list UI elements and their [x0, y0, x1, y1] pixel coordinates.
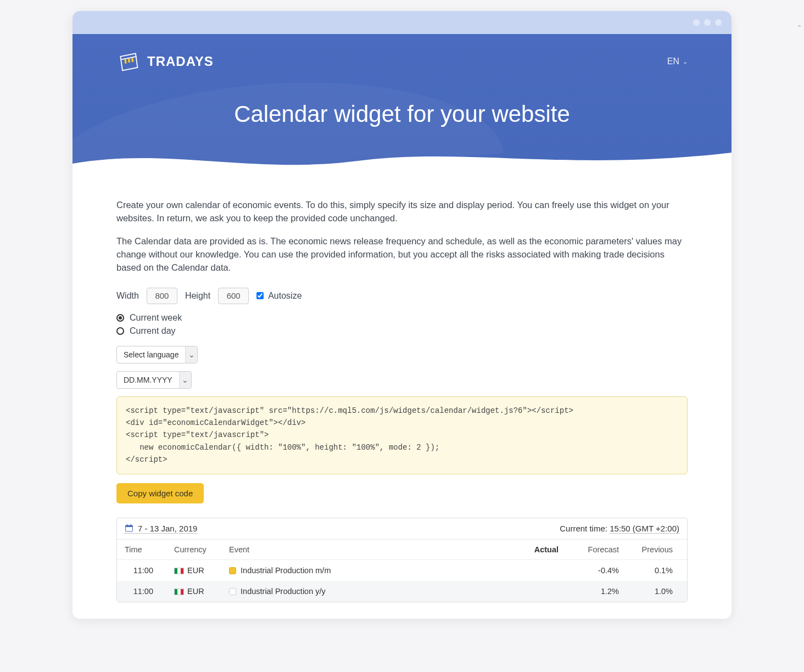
brand-logo[interactable]: TRADAYS — [116, 49, 214, 74]
svg-rect-1 — [128, 58, 131, 63]
autosize-checkbox-input[interactable] — [256, 292, 264, 299]
chevron-down-icon: ⌄ — [185, 346, 197, 363]
radio-label: Current day — [130, 326, 176, 336]
hero-wave-bottom — [72, 144, 732, 177]
cell-time: 11:00 — [117, 581, 166, 602]
select-value: Select language — [117, 347, 185, 362]
calendar-icon — [125, 524, 133, 533]
importance-low-icon — [229, 588, 236, 595]
radio-icon — [116, 327, 124, 335]
radio-current-week[interactable]: Current week — [116, 313, 688, 323]
table-row[interactable]: 11:00 EUR Industrial Production m/m -0.4… — [117, 559, 687, 581]
cell-event: Industrial Production y/y — [221, 581, 511, 602]
cell-actual — [511, 581, 566, 602]
autosize-checkbox[interactable]: Autosize — [256, 291, 302, 301]
radio-icon — [116, 314, 124, 322]
current-time-value[interactable]: 15:50 (GMT +2:00) — [610, 524, 679, 534]
svg-rect-2 — [131, 58, 134, 62]
autosize-label: Autosize — [268, 291, 302, 301]
widget-header: 7 - 13 Jan, 2019 Current time: 15:50 (GM… — [117, 518, 687, 540]
col-currency: Currency — [166, 540, 221, 560]
window-dot — [704, 19, 711, 26]
table-row[interactable]: 11:00 EUR Industrial Production y/y 1.2%… — [117, 581, 687, 602]
col-forecast: Forecast — [566, 540, 627, 560]
svg-rect-5 — [127, 524, 128, 526]
hero-banner: TRADAYS EN ⌄ Calendar widget for your we… — [72, 34, 732, 177]
date-range-text: 7 - 13 Jan, 2019 — [138, 524, 197, 533]
date-range-picker[interactable]: 7 - 13 Jan, 2019 — [125, 524, 197, 534]
flag-italy-icon — [174, 568, 184, 574]
svg-rect-4 — [126, 525, 133, 527]
cell-actual — [511, 559, 566, 581]
svg-rect-0 — [124, 59, 127, 64]
width-label: Width — [116, 291, 139, 301]
cell-event: Industrial Production m/m — [221, 559, 511, 581]
embed-code-box[interactable]: <script type="text/javascript" src="http… — [116, 396, 688, 474]
hero-title: Calendar widget for your website — [116, 101, 688, 127]
width-input[interactable] — [147, 288, 177, 304]
language-code: EN — [667, 57, 679, 66]
chevron-down-icon: ⌄ — [179, 372, 191, 388]
copy-widget-code-button[interactable]: Copy widget code — [116, 483, 204, 503]
intro-paragraph-1: Create your own calendar of economic eve… — [116, 199, 688, 225]
cell-previous: 1.0% — [627, 581, 687, 602]
height-input[interactable] — [218, 288, 249, 304]
radio-label: Current week — [130, 313, 182, 323]
cell-previous: 0.1% — [627, 559, 687, 581]
cell-forecast: -0.4% — [566, 559, 627, 581]
current-time-label: Current time: — [560, 524, 610, 533]
svg-rect-6 — [131, 524, 132, 526]
table-header-row: Time Currency Event Actual Forecast Prev… — [117, 540, 687, 560]
language-select[interactable]: Select language ⌄ — [116, 346, 198, 363]
importance-mid-icon — [229, 567, 236, 574]
period-radio-group: Current week Current day — [116, 313, 688, 336]
size-controls: Width Height Autosize — [116, 288, 688, 304]
cell-forecast: 1.2% — [566, 581, 627, 602]
events-table: Time Currency Event Actual Forecast Prev… — [117, 540, 687, 602]
flag-italy-icon — [174, 589, 184, 595]
cell-currency: EUR — [166, 581, 221, 602]
cell-currency: EUR — [166, 559, 221, 581]
brand-name: TRADAYS — [147, 54, 214, 69]
cell-time: 11:00 — [117, 559, 166, 581]
window-dot — [693, 19, 700, 26]
intro-paragraph-2: The Calendar data are provided as is. Th… — [116, 235, 688, 275]
date-format-select[interactable]: DD.MM.YYYY ⌄ — [116, 371, 192, 389]
select-value: DD.MM.YYYY — [117, 372, 179, 388]
window-dot — [715, 19, 722, 26]
language-selector[interactable]: EN ⌄ — [667, 57, 688, 66]
height-label: Height — [185, 291, 210, 301]
calendar-logo-icon — [116, 49, 141, 74]
current-time: Current time: 15:50 (GMT +2:00) — [560, 524, 679, 533]
col-event: Event — [221, 540, 511, 560]
calendar-widget-preview: 7 - 13 Jan, 2019 Current time: 15:50 (GM… — [116, 518, 688, 602]
col-actual: Actual — [511, 540, 566, 560]
main-content: Create your own calendar of economic eve… — [72, 177, 732, 619]
chevron-down-icon: ⌄ — [683, 58, 688, 65]
col-previous: Previous — [627, 540, 687, 560]
events-tbody: 11:00 EUR Industrial Production m/m -0.4… — [117, 559, 687, 602]
browser-frame: TRADAYS EN ⌄ Calendar widget for your we… — [72, 11, 732, 619]
browser-titlebar — [72, 11, 732, 34]
col-time: Time — [117, 540, 166, 560]
radio-current-day[interactable]: Current day — [116, 326, 688, 336]
